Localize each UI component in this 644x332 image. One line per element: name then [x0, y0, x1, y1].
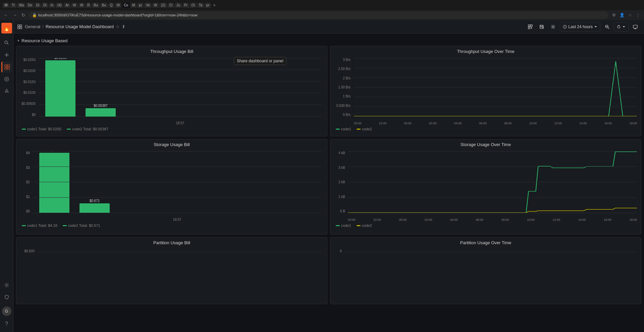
- svg-rect-7: [7, 67, 9, 69]
- section-title: Resource Usage Based: [21, 38, 67, 43]
- legend-item-code2: code2 Total: $0.00387: [67, 127, 108, 131]
- panel-partition-bill: Partition Usage Bill $0.600: [16, 237, 327, 304]
- sidebar-item-plus[interactable]: [1, 50, 12, 60]
- grafana-logo: 🔥: [1, 23, 12, 34]
- svg-rect-4: [5, 65, 7, 67]
- star-icon[interactable]: ☆: [116, 24, 120, 29]
- zoom-out-button[interactable]: [602, 22, 612, 31]
- add-panel-button[interactable]: [526, 22, 535, 31]
- svg-line-23: [608, 27, 609, 29]
- y-axis-partition-time: 6: [333, 249, 343, 253]
- breadcrumb: General / Resource Usage Model Dashboard…: [25, 24, 523, 29]
- sidebar-item-help[interactable]: ?: [1, 319, 12, 329]
- bookmark-icon[interactable]: ☆: [627, 12, 633, 18]
- panel-throughput-time: Throughput Usage Over Time 3 B/s 2.50 B/…: [330, 46, 641, 136]
- sidebar-item-explore[interactable]: [1, 74, 12, 84]
- svg-rect-15: [18, 27, 19, 29]
- legend-item-code1: code1 Total: $0.0265: [22, 127, 61, 131]
- tab-26[interactable]: Oi: [190, 3, 197, 8]
- tab-active[interactable]: Co: [122, 3, 130, 8]
- sidebar-item-shield[interactable]: [1, 292, 12, 303]
- extensions-icon[interactable]: ⚙: [610, 12, 617, 18]
- tab-24[interactable]: Ju: [175, 3, 182, 8]
- svg-line-1: [7, 44, 8, 45]
- tab-22[interactable]: (2): [159, 3, 167, 8]
- tab-28[interactable]: pr: [205, 3, 211, 8]
- tab-20[interactable]: Ve: [144, 3, 152, 8]
- tab-gmail[interactable]: M: [3, 3, 9, 8]
- sidebar-item-dashboards[interactable]: [1, 62, 12, 72]
- panel-title-partition-bill: Partition Usage Bill: [16, 238, 327, 248]
- tv-mode-button[interactable]: [631, 22, 640, 31]
- save-dashboard-button[interactable]: [537, 22, 546, 31]
- breadcrumb-title: Resource Usage Model Dashboard: [46, 24, 114, 29]
- dashboard-settings-button[interactable]: [548, 22, 558, 31]
- address-bar[interactable]: 🔒 localhost:3000/d/GTiKoE7Sd/resource-us…: [29, 11, 608, 19]
- tab-11[interactable]: W: [78, 3, 85, 8]
- tab-6[interactable]: Di: [42, 3, 48, 8]
- topbar: General / Resource Usage Model Dashboard…: [13, 20, 644, 34]
- throughput-line-svg: [354, 58, 637, 117]
- panel-body-storage-bill: $4 $3 $2 $1 $0: [16, 150, 327, 231]
- tab-12[interactable]: R: [86, 3, 91, 8]
- tab-9[interactable]: Ar: [64, 3, 70, 8]
- legend-item-code1-s: code1 Total: $4.18: [22, 223, 57, 227]
- breadcrumb-separator: /: [42, 24, 44, 29]
- section-header[interactable]: ▾ Resource Usage Based: [16, 36, 641, 46]
- reload-button[interactable]: ↻: [20, 12, 27, 18]
- sidebar-item-alerts[interactable]: [1, 86, 12, 96]
- storage-bar1-label: $4.18: [50, 151, 58, 152]
- tab-10[interactable]: W: [71, 3, 77, 8]
- back-button[interactable]: ←: [3, 12, 9, 18]
- tab-23[interactable]: Cl: [168, 3, 174, 8]
- browser-toolbar: ← → ↻ 🔒 localhost:3000/d/GTiKoE7Sd/resou…: [0, 10, 644, 20]
- tab-5[interactable]: Di: [35, 3, 41, 8]
- tab-14[interactable]: Bu: [100, 3, 108, 8]
- tab-18[interactable]: M: [130, 3, 137, 8]
- bar1-label: $0.0265: [54, 58, 66, 60]
- svg-rect-17: [528, 25, 530, 26]
- tab-4[interactable]: De: [26, 3, 34, 8]
- new-tab-button[interactable]: +: [212, 2, 217, 8]
- legend-throughput-time: code1 code2: [333, 125, 638, 132]
- tab-8[interactable]: (4): [56, 3, 63, 8]
- svg-point-20: [552, 26, 554, 27]
- tab-16[interactable]: W: [115, 3, 121, 8]
- tab-2[interactable]: Tr: [10, 3, 16, 8]
- sidebar-item-search[interactable]: [1, 38, 12, 48]
- svg-rect-14: [20, 25, 22, 26]
- tab-3[interactable]: Wa: [17, 3, 25, 8]
- profile-icon[interactable]: 👤: [619, 12, 625, 18]
- legend-item-code1-t: code1: [336, 127, 351, 131]
- sidebar-item-settings[interactable]: [1, 280, 12, 290]
- panel-partition-time: Partition Usage Over Time 6: [330, 237, 641, 304]
- dashboard-content: ▾ Resource Usage Based Throughput Usage …: [13, 34, 644, 332]
- tab-21[interactable]: W: [152, 3, 159, 8]
- x-axis-throughput-time: 20:00 22:00 00:00 02:00 04:00 06:00 08:0…: [354, 122, 637, 125]
- breadcrumb-general[interactable]: General: [25, 24, 40, 29]
- y-axis-storage: $4 $3 $2 $1 $0: [19, 151, 31, 213]
- forward-button[interactable]: →: [11, 12, 18, 18]
- y-axis-storage-time: 4 kB 3 kB 2 kB 1 kB 0 B: [333, 151, 346, 213]
- tab-27[interactable]: Ta: [197, 3, 204, 8]
- legend-item-code2-st: code2: [357, 223, 372, 227]
- tab-19[interactable]: pr: [137, 3, 144, 8]
- menu-icon[interactable]: ⋮: [635, 12, 641, 18]
- time-range-button[interactable]: Last 24 hours: [560, 22, 600, 31]
- tab-13[interactable]: Bu: [92, 3, 99, 8]
- bar-code1-storage: [39, 153, 69, 213]
- grid-icon: [17, 24, 22, 29]
- sidebar-avatar[interactable]: G: [2, 307, 11, 316]
- tab-25[interactable]: Pr: [182, 3, 189, 8]
- section-chevron: ▾: [17, 39, 19, 43]
- refresh-button[interactable]: [614, 22, 629, 31]
- tab-15[interactable]: Q: [108, 3, 114, 8]
- panels-row-3: Partition Usage Bill $0.600: [16, 237, 641, 304]
- svg-rect-16: [20, 27, 22, 29]
- share-icon[interactable]: ⬆: [122, 24, 125, 29]
- tab-7[interactable]: In: [49, 3, 55, 8]
- browser-toolbar-icons: ⚙ 👤 ☆ ⋮: [610, 12, 641, 18]
- panel-storage-time: Storage Usage Over Time 4 kB 3 kB 2 kB 1…: [330, 139, 641, 235]
- y-axis-partition: $0.600: [19, 249, 36, 253]
- browser-chrome: M Tr Wa De Di Di In (4) Ar W W R Bu Bu Q…: [0, 0, 644, 20]
